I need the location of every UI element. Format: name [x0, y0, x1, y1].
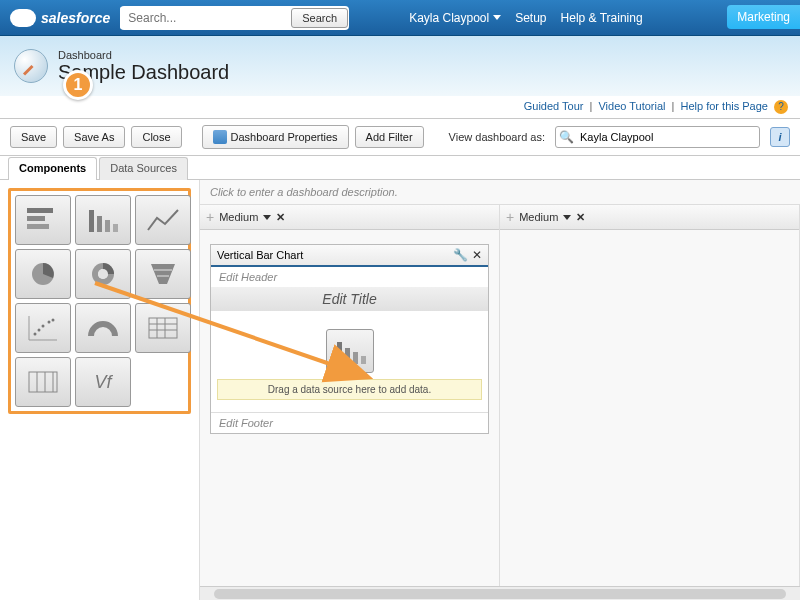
- tab-components[interactable]: Components: [8, 157, 97, 180]
- remove-column-icon[interactable]: ✕: [576, 211, 585, 224]
- chevron-down-icon: [493, 15, 501, 20]
- metric-component[interactable]: [135, 303, 191, 353]
- help-icon[interactable]: ?: [774, 100, 788, 114]
- dashboard-properties-button[interactable]: Dashboard Properties: [202, 125, 349, 149]
- column-header: + Medium ✕: [200, 205, 499, 230]
- app-switcher[interactable]: Marketing: [727, 5, 800, 29]
- pie-chart-component[interactable]: [15, 249, 71, 299]
- search-icon: 🔍: [556, 130, 576, 144]
- funnel-chart-component[interactable]: [135, 249, 191, 299]
- dashboard-widget[interactable]: Vertical Bar Chart 🔧 ✕ Edit Header Edit …: [210, 244, 489, 434]
- widget-edit-header[interactable]: Edit Header: [211, 267, 488, 287]
- svg-rect-3: [89, 210, 94, 232]
- view-as-select[interactable]: 🔍: [555, 126, 760, 148]
- column-size-dropdown-icon[interactable]: [563, 215, 571, 220]
- separator: |: [590, 100, 593, 112]
- svg-rect-0: [27, 208, 53, 213]
- components-sidebar: Vf 1: [0, 180, 200, 600]
- svg-point-18: [42, 325, 45, 328]
- table-component[interactable]: [15, 357, 71, 407]
- scrollbar-thumb[interactable]: [214, 589, 786, 599]
- user-menu[interactable]: Kayla Claypool: [409, 11, 501, 25]
- guided-tour-link[interactable]: Guided Tour: [524, 100, 584, 112]
- svg-point-17: [38, 329, 41, 332]
- help-page-link[interactable]: Help for this Page: [681, 100, 768, 112]
- widget-edit-footer[interactable]: Edit Footer: [211, 412, 488, 433]
- dashboard-properties-label: Dashboard Properties: [231, 131, 338, 143]
- data-source-drop-zone[interactable]: Drag a data source here to add data.: [217, 379, 482, 400]
- work-area: Vf 1 Click to enter a dashboard descript…: [0, 180, 800, 600]
- dashboard-column-2: + Medium ✕: [500, 205, 800, 600]
- close-icon[interactable]: ✕: [472, 248, 482, 262]
- search-input[interactable]: [120, 7, 290, 29]
- save-as-button[interactable]: Save As: [63, 126, 125, 148]
- search-button[interactable]: Search: [291, 8, 348, 28]
- cloud-icon: [10, 9, 36, 27]
- column-size-label: Medium: [519, 211, 558, 223]
- video-tutorial-link[interactable]: Video Tutorial: [598, 100, 665, 112]
- horizontal-bar-chart-component[interactable]: [15, 195, 71, 245]
- setup-link[interactable]: Setup: [515, 11, 546, 25]
- help-training-link[interactable]: Help & Training: [561, 11, 643, 25]
- tab-data-sources[interactable]: Data Sources: [99, 157, 188, 180]
- separator: |: [672, 100, 675, 112]
- vertical-bar-chart-component[interactable]: [75, 195, 131, 245]
- dashboard-properties-icon: [213, 130, 227, 144]
- top-nav: salesforce Search Kayla Claypool Setup H…: [0, 0, 800, 36]
- widget-body: Drag a data source here to add data.: [211, 311, 488, 412]
- svg-point-16: [34, 333, 37, 336]
- svg-rect-34: [361, 356, 366, 364]
- global-search: Search: [120, 6, 349, 30]
- svg-point-10: [98, 269, 108, 279]
- svg-rect-21: [149, 318, 177, 338]
- svg-point-19: [48, 321, 51, 324]
- sidebar-tabs: Components Data Sources: [0, 156, 800, 180]
- svg-rect-1: [27, 216, 45, 221]
- svg-rect-6: [113, 224, 118, 232]
- callout-badge: 1: [63, 70, 93, 100]
- svg-rect-2: [27, 224, 49, 229]
- gauge-component[interactable]: [75, 303, 131, 353]
- wrench-icon[interactable]: 🔧: [453, 248, 468, 262]
- column-size-dropdown-icon[interactable]: [263, 215, 271, 220]
- save-button[interactable]: Save: [10, 126, 57, 148]
- dashboard-columns: + Medium ✕ Vertical Bar Chart 🔧 ✕ Edit H…: [200, 205, 800, 600]
- bar-chart-placeholder-icon: [326, 329, 374, 373]
- visualforce-component[interactable]: Vf: [75, 357, 131, 407]
- user-name: Kayla Claypool: [409, 11, 489, 25]
- svg-rect-32: [345, 348, 350, 364]
- svg-rect-33: [353, 352, 358, 364]
- brand-text: salesforce: [41, 10, 110, 26]
- close-button[interactable]: Close: [131, 126, 181, 148]
- toolbar: Save Save As Close Dashboard Properties …: [0, 118, 800, 156]
- breadcrumb: Dashboard: [58, 49, 229, 61]
- dashboard-canvas: Click to enter a dashboard description. …: [200, 180, 800, 600]
- svg-rect-4: [97, 216, 102, 232]
- widget-header: Vertical Bar Chart 🔧 ✕: [211, 245, 488, 267]
- widget-type-label: Vertical Bar Chart: [217, 249, 449, 261]
- dashboard-icon: [14, 49, 48, 83]
- dashboard-description-input[interactable]: Click to enter a dashboard description.: [200, 180, 800, 205]
- nav-links: Kayla Claypool Setup Help & Training: [409, 11, 642, 25]
- line-chart-component[interactable]: [135, 195, 191, 245]
- components-palette: Vf: [8, 188, 191, 414]
- help-bar: Guided Tour | Video Tutorial | Help for …: [0, 96, 800, 118]
- add-filter-button[interactable]: Add Filter: [355, 126, 424, 148]
- remove-column-icon[interactable]: ✕: [276, 211, 285, 224]
- info-button[interactable]: i: [770, 127, 790, 147]
- salesforce-logo[interactable]: salesforce: [10, 9, 110, 27]
- svg-rect-31: [337, 342, 342, 364]
- donut-chart-component[interactable]: [75, 249, 131, 299]
- view-as-label: View dashboard as:: [449, 131, 545, 143]
- view-as-input[interactable]: [576, 131, 759, 143]
- scatter-chart-component[interactable]: [15, 303, 71, 353]
- dashboard-column-1: + Medium ✕ Vertical Bar Chart 🔧 ✕ Edit H…: [200, 205, 500, 600]
- svg-point-20: [52, 319, 55, 322]
- add-column-left-icon[interactable]: +: [506, 209, 514, 225]
- page-banner: Dashboard Sample Dashboard: [0, 36, 800, 96]
- widget-edit-title[interactable]: Edit Title: [211, 287, 488, 311]
- add-column-left-icon[interactable]: +: [206, 209, 214, 225]
- horizontal-scrollbar[interactable]: [200, 586, 800, 600]
- column-size-label: Medium: [219, 211, 258, 223]
- svg-rect-5: [105, 220, 110, 232]
